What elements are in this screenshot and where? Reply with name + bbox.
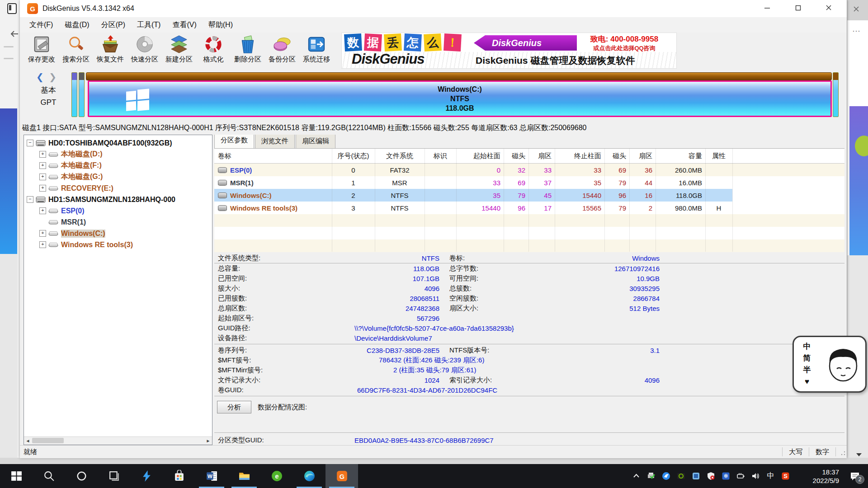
expander-icon[interactable] (27, 196, 33, 203)
tree-item[interactable]: Windows RE tools(3) (24, 239, 212, 250)
snowflake-icon[interactable]: ❄ (718, 464, 733, 488)
column-header[interactable]: 起始柱面 (456, 152, 504, 160)
tree-item[interactable]: ESP(0) (24, 205, 212, 216)
tab[interactable]: 扇区编辑 (296, 135, 335, 148)
microsoft-store-button[interactable] (163, 464, 195, 488)
expander-icon[interactable] (39, 207, 46, 214)
column-header[interactable]: 磁头 (604, 152, 629, 160)
chevron-down-icon[interactable] (856, 453, 862, 456)
maximize-button[interactable] (788, 0, 808, 15)
table-row[interactable]: ESP(0) 0 FAT32 0 32 33 33 69 36 260.0MB (214, 164, 844, 176)
expander-icon[interactable] (39, 151, 46, 158)
minimize-button[interactable] (757, 0, 778, 15)
column-header[interactable]: 卷标 (214, 152, 332, 160)
browser-tab-icon[interactable] (7, 3, 17, 14)
edge-button[interactable] (293, 464, 326, 488)
menu-item[interactable]: 工具(T) (131, 19, 166, 32)
back-arrow-icon[interactable] (10, 30, 19, 40)
printer-icon[interactable] (644, 464, 659, 488)
green-browser-button[interactable]: e (260, 464, 293, 488)
save-changes-button[interactable]: 保存更改 (24, 34, 59, 67)
expander-icon[interactable] (39, 241, 46, 248)
table-row[interactable]: Windows(C:) 2 NTFS 35 79 45 15440 96 16 … (214, 189, 844, 202)
scroll-right-icon[interactable]: ► (204, 437, 212, 444)
tab[interactable]: 浏览文件 (255, 135, 295, 148)
tree-item[interactable]: MSR(1) (24, 216, 212, 228)
start-button[interactable] (0, 464, 33, 488)
column-header[interactable]: 标识 (425, 152, 456, 160)
tree-item[interactable]: RECOVERY(E:) (24, 183, 212, 194)
menu-item[interactable]: 查看(V) (166, 19, 202, 32)
quick-partition-button[interactable]: 快速分区 (127, 34, 162, 67)
ad-qq-link[interactable]: 或点击此处选择QQ咨询 (574, 44, 675, 52)
menu-item[interactable]: 帮助(H) (203, 19, 239, 32)
menu-item[interactable]: 分区(P) (95, 19, 131, 32)
action-center-button[interactable]: 2 (842, 464, 868, 488)
tree-item[interactable]: 本地磁盘(D:) (24, 149, 212, 160)
ime-indicator[interactable]: 中 (763, 464, 778, 488)
cortana-button[interactable] (65, 464, 98, 488)
prev-disk-icon[interactable]: ❮ (36, 72, 44, 82)
word-button[interactable]: W (195, 464, 228, 488)
tree-item[interactable]: HD0:TOSHIBAMQ04ABF100(932GB) (24, 137, 212, 149)
table-row[interactable]: MSR(1) 1 MSR 33 69 37 35 79 44 16.0MB (214, 176, 844, 189)
sogou-icon[interactable]: S (778, 464, 793, 488)
column-header[interactable]: 容量 (656, 152, 705, 160)
column-header[interactable]: 序号(状态) (332, 152, 375, 160)
column-header[interactable]: 属性 (705, 152, 732, 160)
task-view-button[interactable] (98, 464, 130, 488)
tree-item[interactable]: 本地磁盘(F:) (24, 160, 212, 171)
expander-icon[interactable] (39, 185, 46, 192)
expander-icon[interactable] (27, 140, 33, 146)
system-migration-button[interactable]: 系统迁移 (299, 34, 334, 67)
tray-chevron-up-icon[interactable] (629, 464, 644, 488)
tab[interactable]: 分区参数 (214, 135, 254, 148)
disk-bar[interactable] (86, 72, 832, 80)
expander-icon[interactable] (39, 174, 46, 180)
ellipsis-icon[interactable]: ⋯ (852, 26, 860, 36)
table-row[interactable]: Windows RE tools(3) 3 NTFS 15440 96 17 1… (214, 202, 844, 214)
intel-graphics-icon[interactable] (689, 464, 703, 488)
tree-item[interactable]: 本地磁盘(G:) (24, 171, 212, 183)
menu-item[interactable]: 磁盘(D) (59, 19, 95, 32)
scroll-left-icon[interactable]: ◄ (24, 437, 32, 444)
tree-item[interactable]: Windows(C:) (24, 228, 212, 239)
expander-icon[interactable] (39, 230, 46, 237)
format-button[interactable]: 格式化 (196, 34, 231, 67)
diskgenius-taskbar-button[interactable]: G (326, 464, 358, 488)
ad-banner[interactable]: DiskGenius DiskGenius 磁盘管理及数据恢复软件 数据丢怎么！… (341, 33, 677, 69)
recover-files-button[interactable]: 恢复文件 (93, 34, 127, 67)
messenger-icon[interactable] (659, 464, 674, 488)
tree-item[interactable]: HD1:SAMSUNGMZNLN128HAHQ-000 (24, 194, 212, 205)
background-close-icon[interactable] (853, 6, 859, 12)
recovery-partition-segment[interactable] (833, 72, 839, 117)
menu-item[interactable]: 文件(F) (24, 19, 59, 32)
volume-icon[interactable] (748, 464, 763, 488)
column-header[interactable]: 终止柱面 (555, 152, 604, 160)
next-disk-icon[interactable]: ❯ (49, 72, 57, 82)
column-header[interactable]: 扇区 (629, 152, 656, 160)
column-header[interactable]: 文件系统 (375, 152, 425, 160)
windows-partition-segment[interactable]: Windows(C:) NTFS 118.0GB (88, 80, 832, 117)
resize-grip[interactable] (835, 447, 847, 456)
delete-partition-button[interactable]: 删除分区 (231, 34, 265, 67)
flash-app-button[interactable] (130, 464, 163, 488)
nvidia-icon[interactable] (674, 464, 689, 488)
esp-partition-segment[interactable] (71, 72, 77, 117)
analyze-button[interactable]: 分析 (217, 401, 251, 413)
taskbar-clock[interactable]: 18:37 2022/5/9 (796, 468, 839, 485)
new-partition-button[interactable]: 新建分区 (162, 34, 196, 67)
ime-floating-widget[interactable]: 中简半♥ (793, 336, 867, 393)
msr-partition-segment[interactable] (79, 72, 85, 117)
column-header[interactable]: 扇区 (528, 152, 555, 160)
file-explorer-button[interactable] (228, 464, 260, 488)
backup-partition-button[interactable]: 备份分区 (265, 34, 299, 67)
security-shield-icon[interactable] (703, 464, 718, 488)
horizontal-scrollbar[interactable]: ◄ ► (24, 436, 212, 445)
column-header[interactable]: 磁头 (504, 152, 528, 160)
expander-icon[interactable] (39, 162, 46, 169)
taskbar-search-button[interactable] (33, 464, 65, 488)
scrollbar-thumb[interactable] (32, 438, 64, 443)
search-partition-button[interactable]: 搜索分区 (59, 34, 93, 67)
power-battery-icon[interactable] (733, 464, 748, 488)
